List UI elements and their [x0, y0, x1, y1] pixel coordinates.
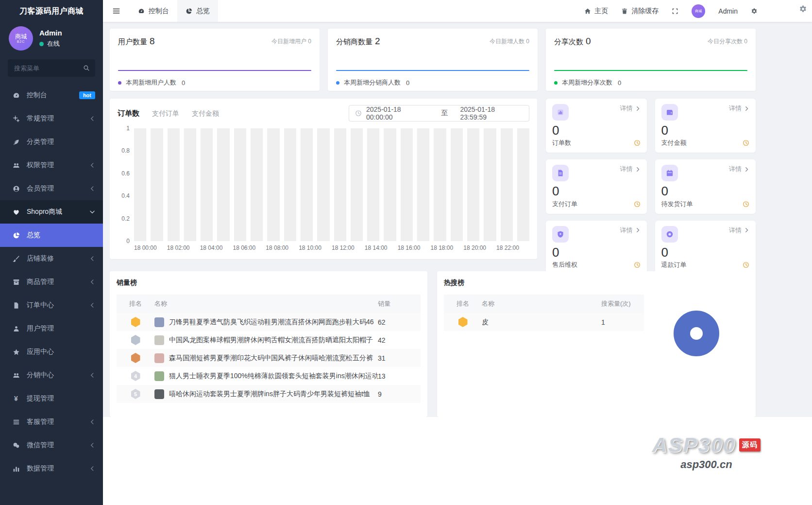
- search-icon[interactable]: [83, 65, 90, 71]
- sidebar-item-user-manage[interactable]: 用户管理: [0, 317, 103, 340]
- date-start[interactable]: 2025-01-18 00:00:00: [366, 105, 429, 121]
- chevron-left-icon: [89, 116, 95, 122]
- pending-clock-icon: [743, 201, 749, 208]
- chart-tab-amount[interactable]: 支付金额: [192, 109, 219, 118]
- chevron-left-icon: [89, 466, 95, 471]
- menu-toggle-icon[interactable]: [103, 0, 130, 22]
- sidebar-item-shopro[interactable]: Shopro商城: [0, 200, 103, 224]
- chevron-left-icon: [89, 186, 95, 192]
- chevron-right-icon: [635, 227, 641, 233]
- settings-button[interactable]: [751, 8, 758, 15]
- date-range-picker[interactable]: 2025-01-18 00:00:00 至 2025-01-18 23:59:5…: [349, 105, 529, 122]
- y-tick: 0.4: [121, 192, 130, 199]
- sidebar-item-label: 用户管理: [27, 324, 95, 333]
- chevron-left-icon: [89, 442, 95, 448]
- stat-head: 用户数量8 今日新增用户 0: [118, 36, 311, 47]
- topbar-avatar[interactable]: 商城: [692, 4, 705, 18]
- row-value: 1: [601, 318, 644, 326]
- calendar-icon: [661, 165, 678, 181]
- product-thumbnail: [154, 335, 164, 345]
- detail-link[interactable]: 详情: [620, 165, 641, 174]
- gear-icon: [799, 5, 807, 13]
- sidebar-item-withdraw[interactable]: ¥提现管理: [0, 387, 103, 410]
- stat-week-row: 本周新增分享次数 0: [554, 78, 747, 87]
- date-end[interactable]: 2025-01-18 23:59:59: [460, 105, 524, 121]
- chart-tab-orders[interactable]: 订单数: [118, 109, 139, 118]
- row-value: 42: [378, 336, 421, 344]
- detail-link[interactable]: 详情: [729, 226, 749, 235]
- sidebar-item-label: 总览: [27, 231, 95, 240]
- pending-clock-icon: [743, 139, 749, 146]
- document-icon: [552, 165, 569, 181]
- sidebar-item-order-center[interactable]: 订单中心: [0, 294, 103, 317]
- sidebar-item-auth[interactable]: 权限管理: [0, 154, 103, 177]
- pending-clock-icon: [634, 139, 641, 146]
- rank-medal-icon: [131, 335, 140, 345]
- stat-week-value: 0: [182, 79, 185, 87]
- y-tick: 0.8: [121, 147, 130, 154]
- leaf-icon: [12, 139, 20, 146]
- list-icon: [12, 418, 20, 426]
- sidebar-item-label: 控制台: [27, 91, 73, 100]
- row-value: 13: [378, 372, 421, 380]
- bar: [484, 128, 496, 241]
- plot-area: [134, 128, 529, 241]
- sidebar-item-label: 提现管理: [27, 394, 95, 403]
- sidebar-item-wechat[interactable]: 微信管理: [0, 434, 103, 457]
- sidebar-item-goods[interactable]: 商品管理: [0, 270, 103, 294]
- expand-icon: [672, 8, 678, 15]
- clear-cache-button[interactable]: 清除缓存: [621, 7, 659, 16]
- refund-icon: [661, 226, 678, 243]
- detail-link[interactable]: 详情: [729, 165, 749, 174]
- rank-medal-icon: [458, 317, 468, 327]
- sidebar-item-console[interactable]: 控制台hot: [0, 84, 103, 107]
- fullscreen-button[interactable]: [672, 8, 678, 15]
- home-button[interactable]: 主页: [584, 7, 608, 16]
- sidebar-item-distribution[interactable]: 分销中心: [0, 364, 103, 387]
- sidebar-item-general[interactable]: 常规管理: [0, 107, 103, 130]
- chart-tab-paid[interactable]: 支付订单: [152, 109, 179, 118]
- hot-search-table: 排名 名称 搜索量(次) 皮 1: [444, 295, 644, 356]
- sidebar-item-decoration[interactable]: 店铺装修: [0, 247, 103, 270]
- chevron-left-icon: [89, 419, 95, 425]
- order-chart-card: 订单数 支付订单 支付金额 2025-01-18 00:00:00 至 2025…: [110, 99, 537, 259]
- summary-value: 0: [661, 185, 750, 198]
- tab-overview[interactable]: 总览: [177, 0, 218, 22]
- sidebar-item-category[interactable]: 分类管理: [0, 130, 103, 154]
- sidebar-item-service[interactable]: 客服管理: [0, 410, 103, 434]
- stat-head: 分享次数0 今日分享次数 0: [554, 36, 747, 47]
- summary-cards: 详情 0 订单数 详情 0 支付金额 详情 0 支付订单 详情 0: [546, 99, 756, 259]
- tab-console[interactable]: 控制台: [130, 0, 177, 22]
- sidebar-item-app-center[interactable]: 应用中心: [0, 340, 103, 364]
- user-dropdown[interactable]: Admin: [718, 7, 738, 15]
- summary-label-row: 退款订单: [661, 261, 750, 269]
- summary-top: 详情: [552, 226, 641, 243]
- chart-tabs: 订单数 支付订单 支付金额: [118, 109, 219, 118]
- y-tick: 0.6: [121, 170, 130, 177]
- row-value: 9: [378, 390, 421, 398]
- detail-link[interactable]: 详情: [729, 104, 749, 113]
- pie-icon: [12, 232, 20, 239]
- summary-label-row: 支付金额: [661, 139, 750, 147]
- sidebar-item-data[interactable]: 数据管理: [0, 457, 103, 480]
- shield-icon: [552, 226, 569, 243]
- theme-settings-button[interactable]: [799, 5, 807, 16]
- bullet-icon: [336, 81, 339, 85]
- avatar[interactable]: 商城 B2C: [9, 26, 33, 51]
- detail-link[interactable]: 详情: [620, 226, 641, 235]
- summary-card-5: 详情 0 退款订单: [655, 221, 756, 275]
- sidebar-item-member[interactable]: 会员管理: [0, 177, 103, 200]
- x-tick: 18 04:00: [200, 244, 233, 251]
- hot-search-title: 热搜榜: [444, 279, 749, 287]
- x-tick: 18 02:00: [167, 244, 200, 251]
- stat-today: 今日分享次数 0: [708, 36, 747, 46]
- summary-card-4: 详情 0 售后维权: [546, 221, 647, 275]
- online-dot-icon: [39, 42, 44, 46]
- sidebar-item-overview[interactable]: 总览: [0, 224, 103, 247]
- watermark-url: asp300.cn: [652, 458, 761, 471]
- pending-clock-icon: [634, 261, 641, 268]
- detail-link[interactable]: 详情: [620, 104, 641, 113]
- table-row: 皮 1: [444, 313, 644, 331]
- star-icon: [12, 348, 20, 356]
- search-input[interactable]: [13, 64, 83, 72]
